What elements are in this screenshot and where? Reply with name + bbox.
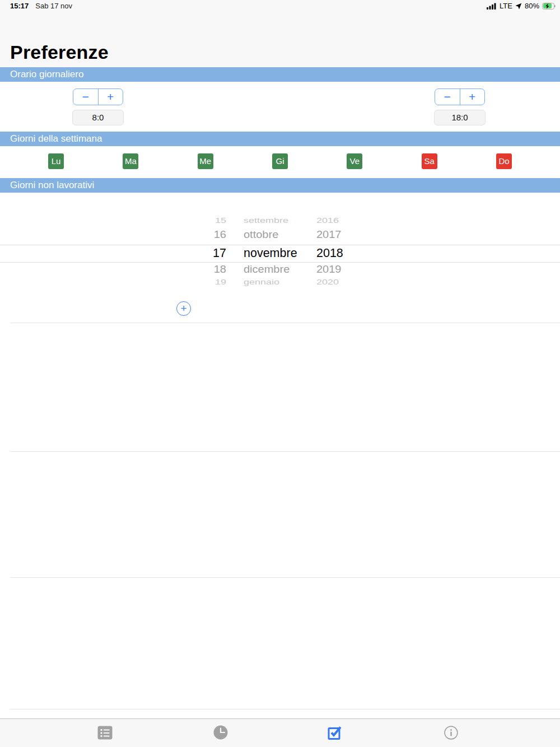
start-time-plus-button[interactable]: + bbox=[99, 89, 123, 105]
clock-icon bbox=[213, 725, 228, 741]
tab-info[interactable] bbox=[434, 719, 468, 747]
start-time-minus-button[interactable]: − bbox=[73, 89, 99, 105]
info-icon bbox=[444, 726, 458, 741]
end-time-field[interactable]: 18:0 bbox=[434, 110, 486, 125]
network-type-label: LTE bbox=[500, 2, 512, 10]
day-button-me[interactable]: Me bbox=[198, 153, 213, 169]
section-header-non-working-days: Giorni non lavorativi bbox=[0, 178, 560, 193]
start-time-field[interactable]: 8:0 bbox=[72, 110, 124, 125]
location-arrow-icon bbox=[515, 3, 522, 10]
picker-selection-line-bottom bbox=[0, 262, 560, 263]
date-picker-wheel[interactable]: 15 settembre 2016 16 ottobre 2017 17 nov… bbox=[0, 193, 560, 289]
end-time-minus-button[interactable]: − bbox=[435, 89, 460, 105]
signal-strength-icon bbox=[487, 3, 497, 10]
day-button-ve[interactable]: Ve bbox=[347, 153, 362, 169]
row-divider bbox=[10, 323, 560, 323]
row-divider bbox=[10, 709, 560, 709]
add-date-button[interactable]: + bbox=[176, 301, 191, 316]
checkbox-icon bbox=[328, 726, 342, 741]
day-button-sa[interactable]: Sa bbox=[422, 153, 437, 169]
battery-percent-label: 80% bbox=[525, 2, 539, 10]
row-divider bbox=[10, 451, 560, 452]
end-time-group: − + 18:0 bbox=[434, 88, 486, 125]
day-button-gi[interactable]: Gi bbox=[272, 153, 288, 169]
tab-clock[interactable] bbox=[204, 719, 237, 747]
tab-bar bbox=[0, 718, 560, 747]
day-button-lu[interactable]: Lu bbox=[48, 153, 64, 169]
end-time-plus-button[interactable]: + bbox=[460, 89, 485, 105]
end-time-stepper: − + bbox=[435, 88, 485, 105]
row-divider bbox=[10, 577, 560, 578]
picker-selection-line-top bbox=[0, 245, 560, 245]
battery-charging-icon bbox=[542, 3, 556, 10]
section-header-week-days: Giorni della settimana bbox=[0, 132, 560, 146]
picker-row-selected[interactable]: 17 novembre 2018 bbox=[190, 246, 358, 260]
day-button-ma[interactable]: Ma bbox=[123, 153, 138, 169]
list-icon bbox=[97, 726, 113, 741]
picker-row[interactable]: 18 dicembre 2019 bbox=[190, 264, 358, 275]
start-time-stepper: − + bbox=[73, 88, 123, 105]
section-header-daily-schedule: Orario giornaliero bbox=[0, 67, 560, 82]
status-bar: 15:17 Sab 17 nov LTE 80% bbox=[0, 0, 560, 13]
status-date: Sab 17 nov bbox=[35, 2, 72, 10]
day-button-do[interactable]: Do bbox=[496, 153, 512, 169]
start-time-group: − + 8:0 bbox=[72, 88, 124, 125]
tab-list[interactable] bbox=[88, 719, 122, 747]
picker-row[interactable]: 15 settembre 2016 bbox=[190, 217, 358, 225]
picker-row[interactable]: 16 ottobre 2017 bbox=[190, 229, 358, 240]
week-days-row: Lu Ma Me Gi Ve Sa Do bbox=[0, 153, 560, 169]
top-area: 15:17 Sab 17 nov LTE 80% Preferenze bbox=[0, 0, 560, 67]
tab-preferences[interactable] bbox=[318, 719, 352, 747]
status-time: 15:17 bbox=[10, 2, 29, 10]
page-title: Preferenze bbox=[10, 41, 109, 63]
picker-row[interactable]: 19 gennaio 2020 bbox=[190, 278, 358, 287]
preferences-screen: 15:17 Sab 17 nov LTE 80% Preferenze Orar… bbox=[0, 0, 560, 747]
